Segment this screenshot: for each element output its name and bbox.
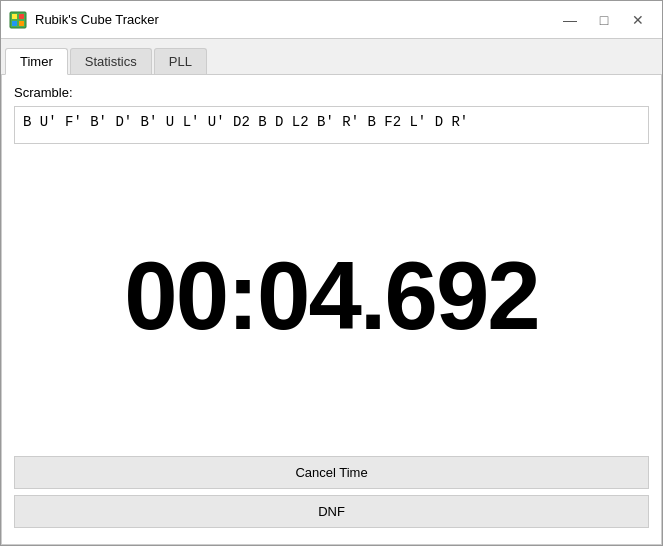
timer-area: 00:04.692 — [14, 144, 649, 448]
main-content: Scramble: B U' F' B' D' B' U L' U' D2 B … — [1, 75, 662, 545]
close-button[interactable]: ✕ — [622, 7, 654, 33]
window-controls: — □ ✕ — [554, 7, 654, 33]
svg-rect-4 — [19, 21, 24, 26]
minimize-button[interactable]: — — [554, 7, 586, 33]
tab-pll[interactable]: PLL — [154, 48, 207, 74]
tab-statistics[interactable]: Statistics — [70, 48, 152, 74]
dnf-button[interactable]: DNF — [14, 495, 649, 528]
title-bar: Rubik's Cube Tracker — □ ✕ — [1, 1, 662, 39]
scramble-display: B U' F' B' D' B' U L' U' D2 B D L2 B' R'… — [14, 106, 649, 144]
app-icon — [9, 11, 27, 29]
svg-rect-3 — [12, 21, 17, 26]
tab-timer[interactable]: Timer — [5, 48, 68, 75]
window-title: Rubik's Cube Tracker — [35, 12, 554, 27]
action-buttons: Cancel Time DNF — [14, 448, 649, 534]
scramble-label: Scramble: — [14, 85, 649, 100]
app-window: Rubik's Cube Tracker — □ ✕ Timer Statist… — [0, 0, 663, 546]
timer-display: 00:04.692 — [124, 241, 538, 351]
maximize-button[interactable]: □ — [588, 7, 620, 33]
tab-bar: Timer Statistics PLL — [1, 39, 662, 75]
svg-rect-2 — [19, 14, 24, 19]
svg-rect-1 — [12, 14, 17, 19]
cancel-time-button[interactable]: Cancel Time — [14, 456, 649, 489]
